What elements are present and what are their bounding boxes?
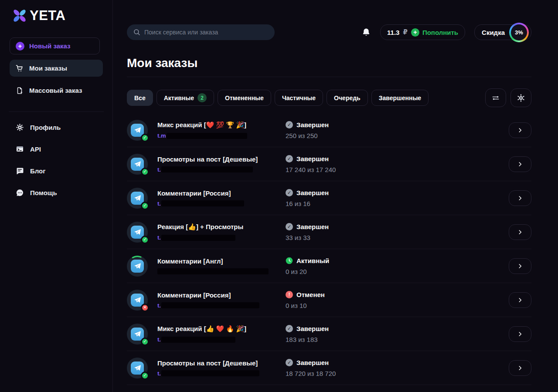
completed-seal-icon: ✓ [286,189,293,196]
order-info: Микс реакций [❤️ 💯 🏆 🎉] t.m [157,121,286,139]
order-title: Комментарии [Россия] [157,291,286,299]
brand-logo[interactable]: YETA [11,7,112,25]
order-open-button[interactable] [509,292,531,308]
bell-icon[interactable] [361,27,371,37]
completed-check-badge: ✓ [141,372,149,380]
sidebar-item-label: Профиль [30,124,61,131]
sidebar-item-my-orders[interactable]: Мои заказы [10,60,103,77]
filter-tab-label: Частичные [282,95,316,101]
status-label: Завершен [296,223,329,230]
chevron-right-icon [517,263,523,269]
order-info: Микс реакций [👍 ❤️ 🔥 🎉] t. [157,325,286,343]
filter-tab[interactable]: Активные 2 [157,90,214,106]
order-progress: 16 из 16 [286,200,416,207]
search-input[interactable] [127,24,275,40]
order-open-button[interactable] [509,122,531,138]
order-title: Комментарии [Англ] [157,257,286,265]
redaction-bar [161,166,253,172]
order-title: Микс реакций [❤️ 💯 🏆 🎉] [157,121,286,129]
filter-tab[interactable]: Завершенные [371,90,429,106]
order-row[interactable]: ✓ ✕ Реакция [👍] + Просмотры t. ✓ ! За [127,215,531,249]
order-row[interactable]: ✓ ✕ Комментарии [Англ] ✓ ! Активный [127,249,531,283]
completed-seal-icon: ✓ [286,325,293,332]
order-open-button[interactable] [509,156,531,172]
yeta-x-logo-icon [11,7,28,24]
chevron-right-icon [517,161,523,167]
telegram-icon: ✓ ✕ [127,324,148,345]
order-status: ✓ ! Завершен 18 720 из 18 720 [286,359,416,377]
discount-pill[interactable]: Скидка 3% [474,24,531,40]
order-row[interactable]: ✓ ✕ Комментарии [Россия] t. ✓ ! Отмене [127,283,531,317]
filter-actions [485,88,531,107]
order-row[interactable]: ✓ ✕ Просмотры на пост [Дешевые] t. ✓ ! [127,147,531,181]
plus-icon: + [16,42,24,51]
order-link-redacted: t. [157,302,286,309]
tab-count-badge: 2 [197,93,207,102]
chevron-right-icon [517,331,523,337]
redaction-bar [161,370,259,376]
chat-dots-icon [16,189,24,197]
filter-tab[interactable]: Очередь [327,90,368,106]
filter-tab-label: Очередь [334,95,361,101]
order-status: ✓ ! Завершен 250 из 250 [286,121,416,139]
sidebar-item-profile[interactable]: Профиль [0,116,112,138]
chevron-right-icon [517,195,523,201]
order-link-redacted: t. [157,166,286,173]
order-open-button[interactable] [509,360,531,376]
order-open-button[interactable] [509,258,531,274]
list-settings-button[interactable] [510,88,531,107]
redaction-bar [161,302,259,308]
completed-check-badge: ✓ [141,168,149,176]
main-content: 11.3 ₽ + Пополнить Скидка 3% Мои заказы [113,0,558,392]
sidebar-item-help[interactable]: Помощь [0,182,112,203]
order-info: Просмотры на пост [Дешевые] t. [157,155,286,173]
order-info: Комментарии [Россия] t. [157,189,286,207]
telegram-icon: ✓ ✕ [127,188,148,209]
order-open-button[interactable] [509,190,531,206]
terminal-icon [16,145,24,153]
sidebar-item-blog[interactable]: Блог [0,160,112,182]
topbar-right: 11.3 ₽ + Пополнить Скидка 3% [361,24,531,40]
order-title: Реакция [👍] + Просмотры [157,223,286,231]
order-row[interactable]: ✓ ✕ Просмотры на пост [Дешевые] t. ✓ ! [127,351,531,385]
gear-icon [16,123,24,132]
new-order-label: Новый заказ [29,42,71,50]
discount-label: Скидка [482,29,505,36]
order-info: Комментарии [Англ] [157,257,286,274]
order-link-redacted: t. [157,336,286,343]
search-icon [133,28,141,38]
order-progress: 33 из 33 [286,234,416,241]
order-info: Реакция [👍] + Просмотры t. [157,223,286,241]
redaction-bar [157,268,269,274]
sidebar-item-label: Мои заказы [29,64,67,72]
order-row[interactable]: ✓ ✕ Микс реакций [👍 ❤️ 🔥 🎉] t. ✓ ! [127,317,531,351]
new-order-button[interactable]: + Новый заказ [10,37,100,54]
filter-tab[interactable]: Отмененные [218,90,271,106]
cart-icon [15,64,24,72]
filter-tab-label: Завершенные [379,95,421,101]
sidebar-item-bulk-order[interactable]: Массовый заказ [10,82,103,99]
completed-check-badge: ✓ [141,202,149,210]
redaction-bar [161,200,244,206]
filter-tab[interactable]: Частичные [275,90,323,106]
discount-value: 3% [511,24,527,41]
sidebar-links: Профиль API [0,116,112,203]
orders-list: ✓ ✕ Микс реакций [❤️ 💯 🏆 🎉] t.m ✓ ! [127,113,531,385]
topup-button[interactable]: + Пополнить [411,28,458,37]
currency-symbol: ₽ [403,28,407,36]
order-row[interactable]: ✓ ✕ Микс реакций [❤️ 💯 🏆 🎉] t.m ✓ ! [127,113,531,147]
chat-lines-icon [16,167,24,175]
filter-tab-label: Активные [164,95,194,101]
gear-icon [517,94,525,102]
order-open-button[interactable] [509,326,531,342]
order-open-button[interactable] [509,224,531,240]
order-link-redacted [157,268,286,274]
sidebar-item-api[interactable]: API [0,138,112,160]
order-info: Просмотры на пост [Дешевые] t. [157,359,286,377]
sort-filter-button[interactable] [485,88,506,107]
page-title: Мои заказы [127,56,531,70]
order-row[interactable]: ✓ ✕ Комментарии [Россия] t. ✓ ! Заверш [127,181,531,215]
telegram-icon: ✓ ✕ [127,120,148,141]
filter-tab[interactable]: Все [127,90,153,106]
discount-ring-icon: 3% [509,23,529,42]
